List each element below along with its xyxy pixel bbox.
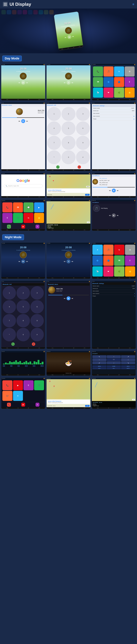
- setting-auto-answer[interactable]: Auto answer ○: [92, 112, 135, 115]
- night-toggle-power[interactable]: ●: [134, 296, 135, 297]
- nav-n26[interactable]: AF: [18, 374, 19, 375]
- night-play-1[interactable]: ▶: [21, 260, 25, 264]
- nav-n33[interactable]: DIAL: [97, 374, 99, 375]
- nav-n5[interactable]: DIAL: [52, 278, 54, 278]
- nav-n20[interactable]: APS: [84, 348, 86, 348]
- nav-n24[interactable]: APS: [129, 348, 131, 348]
- num-nhash[interactable]: #: [30, 328, 44, 341]
- nav-11[interactable]: APS: [84, 170, 86, 170]
- nav-9[interactable]: AF: [63, 170, 64, 170]
- nav-17[interactable]: AF: [18, 196, 19, 197]
- nav-btn-vol-up[interactable]: VOL+: [92, 368, 106, 369]
- nav-30[interactable]: BT: [28, 230, 29, 230]
- nav-34[interactable]: BT: [73, 230, 74, 230]
- nav-n10[interactable]: AF: [108, 278, 109, 278]
- num-n6[interactable]: 6: [30, 300, 44, 314]
- nav-n11[interactable]: BT: [118, 278, 120, 278]
- nav-dial[interactable]: DIAL: [6, 99, 8, 100]
- nav-n32[interactable]: APS: [84, 374, 86, 375]
- night-app2-yt[interactable]: ▶: [13, 380, 23, 390]
- num-1[interactable]: 1: [47, 107, 61, 121]
- night-prev-2[interactable]: ⏮: [64, 260, 66, 262]
- nav-n36[interactable]: APS: [129, 374, 131, 375]
- nav-btn-mute[interactable]: MUTE: [121, 368, 135, 369]
- nav-n27[interactable]: BT: [28, 374, 29, 375]
- night-dock-yt[interactable]: ▶: [21, 403, 25, 407]
- nav-n19[interactable]: BT: [73, 348, 74, 348]
- nav-aps-2[interactable]: APS: [84, 99, 86, 100]
- nav-n40[interactable]: APS: [38, 408, 40, 408]
- day-prev-2[interactable]: ⏮: [64, 82, 66, 84]
- night-setting-power[interactable]: Power●: [92, 295, 136, 297]
- nav-n30[interactable]: AF: [63, 374, 64, 375]
- app-maps2[interactable]: 🗺: [13, 202, 23, 212]
- app-telegram[interactable]: ✈: [114, 66, 124, 76]
- nav-20[interactable]: DIAL: [52, 196, 54, 197]
- nav-n3[interactable]: BT: [28, 278, 29, 278]
- nav-n7[interactable]: BT: [73, 278, 74, 278]
- nav-15[interactable]: APS: [129, 170, 131, 170]
- nav-af-2[interactable]: AF: [63, 99, 64, 100]
- nav-19[interactable]: APS: [38, 196, 40, 197]
- nav-n4[interactable]: APS: [38, 278, 40, 278]
- night-app-music[interactable]: 🎵: [103, 245, 114, 255]
- nav-n13[interactable]: DIAL: [6, 348, 8, 348]
- setting-auto-connect[interactable]: Auto connect ●: [92, 115, 135, 118]
- nav-center[interactable]: OK: [107, 358, 121, 361]
- nav-n31[interactable]: BT: [73, 374, 74, 375]
- nav-btn-vol-dn[interactable]: VOL-: [107, 368, 121, 369]
- nav-right[interactable]: →: [121, 358, 135, 361]
- nav-16[interactable]: DIAL: [6, 196, 8, 197]
- nav-29[interactable]: AF: [18, 230, 19, 230]
- nav-33[interactable]: AF: [63, 230, 64, 230]
- nav-32[interactable]: DIAL: [52, 230, 54, 230]
- np-play[interactable]: ▶: [112, 214, 116, 217]
- app-phone[interactable]: 📞: [93, 66, 103, 76]
- bt-prev[interactable]: ⏮: [18, 120, 20, 122]
- nav-18[interactable]: BT: [28, 196, 29, 197]
- nav-n2[interactable]: AF: [18, 278, 19, 278]
- nav-n14[interactable]: AF: [18, 348, 19, 348]
- night-app2-music[interactable]: 🎶: [2, 391, 12, 401]
- nav-n39[interactable]: BT: [28, 408, 29, 408]
- social-play[interactable]: ▶: [112, 188, 116, 192]
- num-n2[interactable]: 2: [16, 286, 30, 300]
- app-bt[interactable]: 🔷: [104, 77, 114, 87]
- nav-n44[interactable]: APS: [84, 408, 86, 408]
- np-next[interactable]: ⏭: [117, 214, 118, 216]
- nav-n46[interactable]: AF: [108, 408, 109, 408]
- nav-up-left[interactable]: ↖: [92, 355, 106, 358]
- night-music-prev[interactable]: ⏮: [64, 298, 66, 299]
- dock-podcast[interactable]: 🎙: [36, 225, 40, 228]
- app-yt[interactable]: ▶: [34, 202, 44, 212]
- nav-14[interactable]: BT: [118, 170, 120, 170]
- nav-btn-menu[interactable]: MENU: [92, 365, 106, 367]
- nav-10[interactable]: BT: [73, 170, 74, 170]
- night-play-2[interactable]: ⏸: [66, 260, 70, 264]
- file-2[interactable]: niue 华乐_33333...mp3: [99, 180, 110, 182]
- night-dock-phone[interactable]: 📞: [7, 403, 11, 407]
- nav-n1[interactable]: DIAL: [6, 278, 8, 278]
- num-n9[interactable]: 9: [30, 314, 44, 327]
- nav-36[interactable]: DIAL: [97, 230, 99, 230]
- night-go-btn[interactable]: GO: [85, 405, 90, 407]
- nav-37[interactable]: AF: [108, 230, 109, 230]
- social-prev[interactable]: ⏮: [109, 190, 111, 192]
- day-play-2[interactable]: ⏸: [66, 81, 70, 85]
- nav-n22[interactable]: AF: [108, 348, 109, 348]
- night-app-wifi[interactable]: 📡: [92, 266, 103, 277]
- app-music[interactable]: 🎵: [104, 66, 114, 76]
- num-n8[interactable]: 8: [16, 314, 30, 327]
- night-app-bt[interactable]: 🔷: [92, 256, 103, 266]
- nav-left[interactable]: ←: [92, 358, 106, 361]
- nav-down-left[interactable]: ↙: [92, 362, 106, 364]
- num-4[interactable]: 4: [47, 122, 61, 135]
- num-n3[interactable]: 3: [30, 286, 44, 300]
- night-dock-podcast[interactable]: 🎙: [36, 403, 40, 407]
- toggle-auto-connect[interactable]: ●: [134, 116, 134, 117]
- app-podcast2[interactable]: 🎙: [2, 213, 12, 223]
- day-play-1[interactable]: ▶: [21, 81, 25, 85]
- nav-n8[interactable]: APS: [84, 278, 86, 278]
- night-setting-answer[interactable]: Auto answer○: [92, 290, 136, 292]
- night-app2-phone[interactable]: 📞: [2, 380, 12, 390]
